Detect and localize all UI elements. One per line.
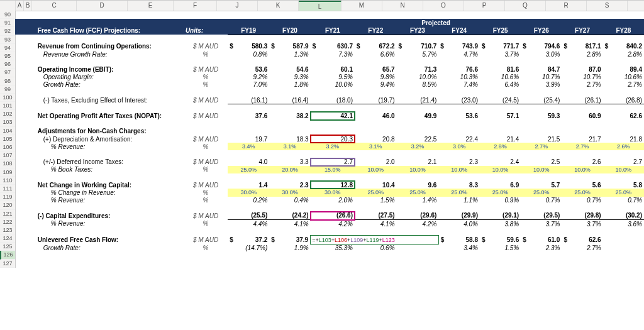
value-cell[interactable]: 6.9 — [480, 181, 521, 189]
value-cell[interactable]: 10.0% — [438, 166, 480, 173]
value-cell[interactable]: 4.7% — [438, 50, 480, 58]
value-cell[interactable]: $580.3 — [228, 43, 269, 50]
value-cell[interactable]: 0.7% — [521, 197, 562, 204]
value-cell[interactable]: (29.5) — [521, 212, 562, 220]
row-header[interactable]: 110 — [0, 177, 15, 185]
value-cell[interactable]: 4.1% — [269, 220, 310, 228]
value-cell[interactable]: 2.5 — [521, 158, 562, 166]
value-cell[interactable]: 8.3 — [438, 181, 480, 189]
value-cell[interactable]: 89.4 — [603, 65, 644, 73]
value-cell[interactable]: 15.0% — [311, 166, 355, 173]
value-cell[interactable]: 2.8% — [480, 143, 521, 150]
row-header[interactable]: 120 — [0, 201, 15, 209]
value-cell[interactable]: 81.6 — [480, 65, 521, 73]
value-cell[interactable]: 2.7% — [562, 143, 602, 150]
value-cell[interactable]: 10.0% — [480, 166, 521, 173]
value-cell[interactable]: (29.6) — [397, 212, 439, 220]
value-cell[interactable]: 10.0% — [355, 166, 397, 173]
value-cell[interactable]: 2.3% — [521, 244, 562, 252]
value-cell[interactable]: 10.0% — [521, 166, 562, 173]
row-header[interactable]: 123 — [0, 226, 15, 234]
value-cell[interactable]: 25.0% — [562, 189, 602, 196]
value-cell[interactable]: $794.6 — [521, 43, 562, 50]
value-cell[interactable]: 22.4 — [438, 135, 480, 143]
value-cell[interactable]: 2.7% — [521, 143, 562, 150]
row-header[interactable]: 100 — [0, 94, 15, 102]
value-cell[interactable]: $817.1 — [562, 43, 602, 50]
value-cell[interactable]: 4.1% — [355, 220, 397, 228]
value-cell[interactable]: 7.4% — [438, 81, 480, 89]
value-cell[interactable]: $771.7 — [480, 43, 521, 50]
value-cell[interactable]: 37.6 — [228, 112, 269, 119]
value-cell[interactable] — [397, 244, 439, 252]
row-header[interactable]: 96 — [0, 60, 15, 69]
value-cell[interactable]: 60.1 — [311, 65, 355, 73]
value-cell[interactable]: 4.0 — [228, 158, 269, 166]
value-cell[interactable]: (25.5) — [228, 212, 269, 220]
col-header[interactable]: A — [16, 1, 24, 11]
value-cell[interactable]: 54.6 — [269, 65, 310, 73]
value-cell[interactable]: 25.0% — [355, 189, 397, 196]
value-cell[interactable]: (27.5) — [355, 212, 397, 220]
value-cell[interactable]: (18.0) — [311, 96, 355, 104]
value-cell[interactable]: 1.5% — [355, 197, 397, 204]
value-cell[interactable]: 53.6 — [228, 65, 269, 73]
row-header[interactable]: 103 — [0, 118, 15, 126]
row-header[interactable]: 104 — [0, 127, 15, 135]
value-cell[interactable]: 10.0% — [397, 166, 439, 173]
row-header[interactable]: 105 — [0, 135, 15, 143]
value-cell[interactable]: 2.7 — [311, 158, 355, 166]
value-cell[interactable]: (29.8) — [562, 212, 602, 220]
value-cell[interactable]: 10.0% — [562, 166, 602, 173]
value-cell[interactable]: 9.6 — [397, 181, 439, 189]
value-cell[interactable]: 19.7 — [228, 135, 269, 143]
value-cell[interactable]: 21.7 — [562, 135, 602, 143]
value-cell[interactable]: 9.3% — [269, 74, 310, 81]
value-cell[interactable]: $672.2 — [355, 43, 397, 50]
value-cell[interactable]: $37.2 — [228, 236, 269, 244]
value-cell[interactable]: 10.6% — [603, 74, 644, 81]
value-cell[interactable]: (26.6) — [311, 212, 355, 220]
col-header[interactable]: C — [32, 1, 77, 11]
value-cell[interactable]: $61.0 — [521, 236, 562, 244]
row-header[interactable]: 122 — [0, 218, 15, 226]
value-cell[interactable]: 10.6% — [480, 74, 521, 81]
value-cell[interactable]: $743.9 — [438, 43, 480, 50]
value-cell[interactable]: 3.8% — [480, 220, 521, 228]
value-cell[interactable]: 5.8 — [603, 181, 644, 189]
row-header[interactable]: 95 — [0, 52, 15, 60]
value-cell[interactable]: 1.4 — [228, 181, 269, 189]
value-cell[interactable]: 0.8% — [228, 50, 269, 58]
value-cell[interactable]: 12.8 — [311, 181, 355, 189]
value-cell[interactable]: $587.9 — [269, 43, 310, 50]
value-cell[interactable]: 10.3% — [438, 74, 480, 81]
value-cell[interactable]: 42.1 — [311, 112, 355, 119]
value-cell[interactable]: 25.0% — [228, 166, 269, 173]
value-cell[interactable]: 21.5 — [521, 135, 562, 143]
col-header[interactable]: J — [217, 1, 258, 11]
value-cell[interactable]: 1.3% — [269, 50, 310, 58]
value-cell[interactable]: 7.0% — [228, 81, 269, 89]
value-cell[interactable]: 4.2% — [311, 220, 355, 228]
value-cell[interactable]: 3.4% — [438, 244, 480, 252]
value-cell[interactable]: 3.4% — [228, 143, 269, 150]
value-cell[interactable]: 20.3 — [311, 135, 355, 143]
value-cell[interactable]: 59.3 — [521, 112, 562, 119]
value-cell[interactable]: (23.0) — [438, 96, 480, 104]
value-cell[interactable]: 3.7% — [521, 220, 562, 228]
value-cell[interactable]: 2.8% — [603, 50, 644, 58]
value-cell[interactable]: 4.4% — [228, 220, 269, 228]
col-header[interactable]: F — [174, 1, 217, 11]
value-cell[interactable]: (30.2) — [603, 212, 644, 220]
value-cell[interactable]: 2.7% — [562, 81, 602, 89]
value-cell[interactable]: 53.6 — [438, 112, 480, 119]
col-header[interactable]: L — [299, 1, 341, 11]
value-cell[interactable]: (29.9) — [438, 212, 480, 220]
row-header[interactable]: 107 — [0, 151, 15, 160]
value-cell[interactable]: 2.0 — [355, 158, 397, 166]
value-cell[interactable]: $630.7 — [311, 43, 355, 50]
value-cell[interactable]: $58.8 — [438, 236, 480, 244]
col-header[interactable]: M — [341, 1, 382, 11]
value-cell[interactable]: (24.2) — [269, 212, 310, 220]
grid[interactable]: ProjectedFree Cash Flow (FCF) Projection… — [15, 11, 644, 330]
